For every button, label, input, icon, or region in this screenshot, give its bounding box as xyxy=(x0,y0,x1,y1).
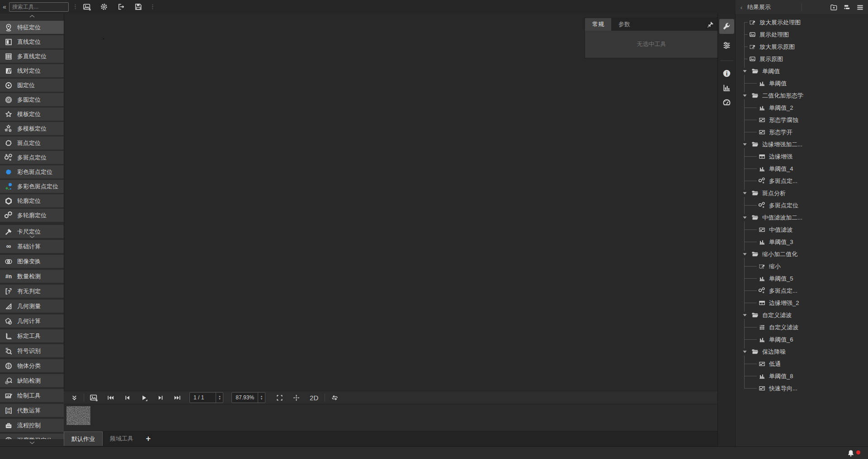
tree-item[interactable]: 单阈值_3 xyxy=(736,236,868,248)
play-icon[interactable] xyxy=(139,393,149,403)
tree-item[interactable]: 多斑点定... xyxy=(736,175,868,187)
tree-folder[interactable]: 缩小加二值化 xyxy=(736,248,868,260)
sidebar-item-blob[interactable]: 斑点定位 xyxy=(0,136,64,150)
chevron-down-icon[interactable] xyxy=(741,251,748,258)
chevron-down-icon[interactable] xyxy=(741,92,748,99)
scroll-down-icon[interactable] xyxy=(0,440,64,445)
tab-parameters[interactable]: 参数 xyxy=(611,18,637,31)
menu-icon[interactable] xyxy=(856,3,864,12)
sidebar-item-multi-circle[interactable]: 多圆定位 xyxy=(0,93,64,106)
sidebar-item-geo-calc[interactable]: 几何计算 xyxy=(0,314,64,328)
sidebar-item-circle-dot[interactable]: 圆定位 xyxy=(0,79,64,92)
image-source-icon[interactable] xyxy=(89,393,99,403)
tree-item[interactable]: 展示处理图 xyxy=(736,28,868,41)
collapse-panel-icon[interactable]: ‹ xyxy=(736,4,747,11)
sidebar-item-infinity[interactable]: ∞基础计算 xyxy=(0,240,64,253)
job-tab-2[interactable]: 频域工具 xyxy=(103,431,141,446)
tree-folder[interactable]: 边缘增强加二... xyxy=(736,138,868,150)
tree-item[interactable]: 多斑点定位 xyxy=(736,199,868,211)
chevron-down-icon[interactable] xyxy=(741,68,748,75)
scroll-up-icon[interactable] xyxy=(0,14,64,19)
tree-folder[interactable]: 保边降噪 xyxy=(736,346,868,358)
drag-handle-icon[interactable]: ⋮ xyxy=(150,5,156,9)
sidebar-item-line-rect[interactable]: 直线定位 xyxy=(0,35,64,48)
sidebar-item-symbol-id[interactable]: ID符号识别 xyxy=(0,344,64,357)
chevron-down-icon[interactable] xyxy=(741,214,748,221)
tree-item[interactable]: 展示原图 xyxy=(736,53,868,65)
collapse-all-icon[interactable] xyxy=(843,3,851,12)
tree-folder[interactable]: 单阈值 xyxy=(736,65,868,77)
sidebar-item-pin-person[interactable]: 特征定位 xyxy=(0,21,64,34)
tree-item[interactable]: 放大展示原图 xyxy=(736,41,868,53)
tree-item[interactable]: 自定义滤波 xyxy=(736,321,868,333)
tree-item[interactable]: 多斑点定... xyxy=(736,285,868,297)
save-icon[interactable] xyxy=(133,2,143,12)
image-tool-icon[interactable] xyxy=(82,2,92,12)
add-job-button[interactable]: + xyxy=(141,431,156,446)
global-params-button[interactable] xyxy=(719,38,734,53)
view-mode-2d-button[interactable]: 2D xyxy=(310,394,318,402)
skip-to-end-icon[interactable] xyxy=(172,393,182,403)
skip-to-start-icon[interactable] xyxy=(105,393,115,403)
collapse-sidebar-icon[interactable]: « xyxy=(0,3,9,10)
tool-config-button[interactable] xyxy=(719,19,734,34)
tree-item[interactable]: 形态学开 xyxy=(736,126,868,138)
tree-folder[interactable]: 斑点分析 xyxy=(736,187,868,199)
drag-handle-icon[interactable]: ⋮ xyxy=(72,5,78,9)
sidebar-item-multi-star[interactable]: 多模板定位 xyxy=(0,122,64,135)
chevron-down-icon[interactable] xyxy=(741,190,748,197)
chevron-down-icon[interactable] xyxy=(741,348,748,356)
bell-icon[interactable] xyxy=(846,449,855,458)
loop-icon[interactable] xyxy=(330,393,340,403)
tree-item[interactable]: 形态学腐蚀 xyxy=(736,114,868,126)
sidebar-item-geo-measure[interactable]: 几何测量 xyxy=(0,300,64,313)
tree-item[interactable]: 边缘增强_2 xyxy=(736,297,868,309)
settings-gear-icon[interactable] xyxy=(99,2,109,12)
collapse-bar-icon[interactable] xyxy=(69,393,79,403)
sidebar-item-presence[interactable]: ?有无判定 xyxy=(0,285,64,298)
tree-folder[interactable]: 自定义滤波 xyxy=(736,309,868,321)
tree-item[interactable]: 边缘增强 xyxy=(736,150,868,163)
sidebar-item-calibration[interactable]: 标定工具 xyxy=(0,329,64,342)
chevron-down-icon[interactable] xyxy=(741,312,748,319)
sidebar-item-color-blob[interactable]: 彩色斑点定位 xyxy=(0,165,64,178)
frame-spinner[interactable]: 1 / 1 ▲▼ xyxy=(189,392,223,403)
tree-item[interactable]: 单阈值_8 xyxy=(736,370,868,382)
tree-folder[interactable]: 二值化加形态学 xyxy=(736,89,868,102)
sidebar-item-line-pair[interactable]: 线对定位 xyxy=(0,64,64,77)
tree-item[interactable]: 单阈值 xyxy=(736,77,868,89)
sidebar-item-classify[interactable]: 物体分类 xyxy=(0,359,64,372)
image-canvas[interactable]: 常规 参数 无选中工具 xyxy=(64,14,717,391)
sidebar-item-transform[interactable]: 图像变换 xyxy=(0,255,64,268)
sidebar-item-toolbox[interactable]: 流程控制 xyxy=(0,419,64,432)
sidebar-item-draw[interactable]: 绘制工具 xyxy=(0,389,64,402)
sidebar-item-defect[interactable]: 缺陷检测 xyxy=(0,374,64,387)
performance-button[interactable] xyxy=(719,95,734,110)
pushpin-icon[interactable] xyxy=(706,20,714,28)
next-frame-icon[interactable] xyxy=(156,393,165,403)
sidebar-item-star[interactable]: 模板定位 xyxy=(0,108,64,121)
zoom-spinner[interactable]: 87.93% ▲▼ xyxy=(231,392,265,403)
center-crosshair-icon[interactable] xyxy=(291,393,301,403)
previous-frame-icon[interactable] xyxy=(122,393,132,403)
tree-item[interactable]: 单阈值_6 xyxy=(736,333,868,346)
tree-item[interactable]: 单阈值_5 xyxy=(736,272,868,285)
tree-item[interactable]: 单阈值_4 xyxy=(736,163,868,175)
new-folder-icon[interactable] xyxy=(830,3,838,12)
tree-item[interactable]: 快速导向... xyxy=(736,382,868,394)
sidebar-item-multi-line[interactable]: 多直线定位 xyxy=(0,50,64,63)
image-thumbnail[interactable] xyxy=(66,406,90,425)
sidebar-item-multi-contour[interactable]: 多轮廓定位 xyxy=(0,209,64,222)
scroll-down-icon[interactable] xyxy=(0,234,64,239)
tree-item[interactable]: 单阈值_2 xyxy=(736,102,868,114)
chevron-down-icon[interactable] xyxy=(741,141,748,148)
histogram-button[interactable] xyxy=(719,80,734,95)
sidebar-item-contour[interactable]: 轮廓定位 xyxy=(0,194,64,207)
frame-spinner-arrows[interactable]: ▲▼ xyxy=(216,393,223,403)
info-button[interactable]: i xyxy=(719,66,734,81)
sidebar-item-count[interactable]: #n数量检测 xyxy=(0,270,64,283)
tab-general[interactable]: 常规 xyxy=(585,18,611,31)
job-tab-1[interactable]: 默认作业 xyxy=(64,431,103,446)
fit-fullscreen-icon[interactable] xyxy=(274,393,284,403)
sidebar-item-algebra[interactable]: 1001代数运算 xyxy=(0,404,64,417)
